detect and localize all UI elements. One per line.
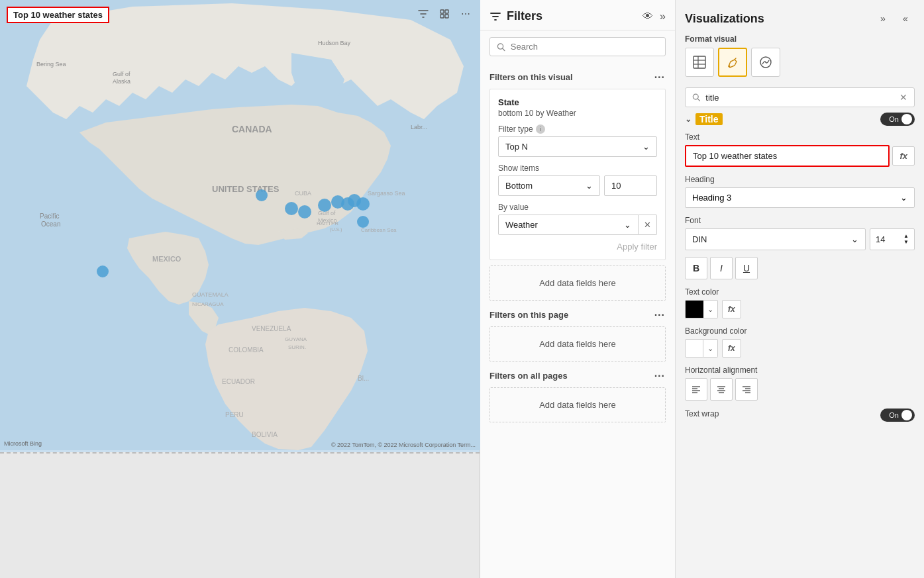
collapse-left-icon[interactable]: « [896, 9, 915, 28]
svg-text:VENEZUELA: VENEZUELA [252, 325, 291, 332]
chevron-down-icon[interactable]: ⌄ [685, 115, 692, 124]
by-value-select[interactable]: Weather ⌄ [498, 215, 639, 235]
font-family-select[interactable]: DIN ⌄ [685, 228, 866, 250]
title-toggle[interactable]: On [880, 113, 915, 126]
italic-button[interactable]: I [710, 257, 733, 279]
text-color-swatch [685, 300, 703, 318]
bg-color-fx-button[interactable]: fx [722, 339, 741, 358]
svg-point-39 [285, 202, 298, 215]
filter-search-input[interactable] [511, 42, 658, 52]
filters-page-more[interactable]: ⋯ [654, 309, 666, 321]
title-text-fx-button[interactable]: Text fx [892, 146, 915, 166]
align-left-button[interactable] [685, 378, 707, 401]
tab-analytics-view[interactable] [751, 48, 780, 77]
svg-text:Bl...: Bl... [358, 375, 369, 382]
svg-text:SURIN.: SURIN. [288, 344, 306, 350]
filter-search-box[interactable] [489, 37, 666, 56]
title-section-header: ⌄ Title On [685, 113, 915, 126]
svg-text:PR: PR [331, 220, 338, 226]
text-color-dropdown[interactable]: ⌄ [703, 300, 718, 318]
font-size-select[interactable]: 14 ▲ ▼ [870, 228, 915, 250]
viz-search-row[interactable]: ✕ [685, 87, 915, 107]
filters-on-visual-section: Filters on this visual ⋯ [489, 71, 666, 83]
show-items-count[interactable]: 10 [604, 175, 657, 196]
heading-property-label: Heading [685, 175, 915, 184]
map-lower-area [0, 452, 480, 578]
chevron-down-icon: ⌄ [851, 234, 858, 244]
expand-icon[interactable]: » [660, 11, 666, 23]
title-section-label: ⌄ Title [685, 113, 723, 125]
svg-rect-1 [445, 10, 448, 13]
map-area: Top 10 weather states ⋯ [0, 0, 480, 578]
filters-on-all-pages-section: Filters on all pages ⋯ [489, 369, 666, 382]
svg-text:ECUADOR: ECUADOR [222, 378, 255, 385]
text-color-swatch-wrap[interactable]: ⌄ [685, 300, 718, 318]
chevron-down-icon: ⌄ [642, 142, 650, 152]
spinner-arrows: ▲ ▼ [903, 234, 909, 245]
title-text-input[interactable] [685, 145, 890, 167]
by-value-clear-button[interactable]: ✕ [639, 215, 657, 235]
svg-rect-3 [445, 15, 448, 18]
viz-search-input[interactable] [705, 93, 894, 103]
filter-field-name: State [498, 97, 657, 107]
filters-header: Filters 👁 » [480, 0, 675, 30]
toggle-circle [901, 410, 912, 420]
search-icon [497, 42, 505, 52]
visualizations-panel: Visualizations » « Format visual [676, 0, 924, 578]
filters-all-pages-more[interactable]: ⋯ [654, 369, 666, 382]
text-wrap-toggle[interactable]: On [880, 409, 915, 422]
filters-visual-more[interactable]: ⋯ [654, 71, 666, 83]
svg-text:GUATEMALA: GUATEMALA [192, 291, 229, 298]
bg-color-dropdown[interactable]: ⌄ [703, 339, 718, 358]
svg-text:NICARAGUA: NICARAGUA [192, 301, 224, 307]
svg-point-40 [298, 205, 311, 218]
viz-header: Visualizations » « [676, 0, 924, 34]
svg-text:Bering Sea: Bering Sea [36, 61, 66, 68]
viz-search-icon [692, 93, 700, 102]
show-items-direction-select[interactable]: Bottom ⌄ [498, 175, 600, 196]
focus-icon[interactable] [436, 5, 453, 23]
add-data-fields-all-pages[interactable]: Add data fields here [489, 387, 666, 422]
heading-dropdown[interactable]: Heading 3 ⌄ [685, 187, 915, 208]
filter-icon[interactable] [415, 5, 432, 23]
title-text-input-row: Text fx [685, 145, 915, 167]
more-options-icon[interactable]: ⋯ [457, 5, 474, 23]
filters-panel-title: Filters [507, 9, 542, 23]
svg-point-33 [318, 199, 331, 212]
filter-type-select[interactable]: Top N ⌄ [498, 136, 657, 157]
svg-point-38 [256, 189, 268, 201]
align-center-button[interactable] [710, 378, 733, 401]
by-value-label: By value [498, 203, 657, 212]
h-alignment-label: Horizontal alignment [685, 365, 915, 375]
add-data-fields-visual[interactable]: Add data fields here [489, 265, 666, 301]
expand-right-icon[interactable]: » [874, 9, 892, 28]
tab-format-view[interactable] [718, 48, 747, 77]
bold-button[interactable]: B [685, 257, 707, 279]
svg-text:Caribbean Sea: Caribbean Sea [361, 227, 397, 233]
bg-color-swatch-wrap[interactable]: ⌄ [685, 339, 718, 358]
svg-text:Gulf of: Gulf of [113, 71, 130, 77]
filters-header-icons: 👁 » [642, 11, 666, 23]
svg-rect-0 [440, 10, 444, 13]
clear-search-icon[interactable]: ✕ [899, 92, 907, 103]
add-data-fields-page[interactable]: Add data fields here [489, 326, 666, 361]
eye-icon[interactable]: 👁 [642, 11, 653, 23]
show-items-label: Show items [498, 164, 657, 173]
bg-color-row: ⌄ fx [685, 339, 915, 358]
svg-text:UNITED STATES: UNITED STATES [212, 184, 280, 194]
info-icon: i [536, 124, 545, 134]
bg-color-label: Background color [685, 326, 915, 336]
text-color-fx-button[interactable]: fx [722, 300, 741, 318]
svg-text:MEXICO: MEXICO [152, 255, 181, 263]
svg-text:(U.S.): (U.S.) [330, 227, 342, 232]
bg-color-swatch [685, 339, 703, 358]
align-right-button[interactable] [735, 378, 758, 401]
tab-table-view[interactable] [685, 48, 714, 77]
viz-header-icons: » « [874, 9, 915, 28]
viz-scroll: ⌄ Title On Text Text fx Heading [676, 113, 924, 578]
map-toolbar: ⋯ [415, 5, 474, 23]
filter-card-subtitle: bottom 10 by Weather [498, 109, 657, 118]
apply-filter-button[interactable]: Apply filter [498, 242, 657, 252]
underline-button[interactable]: U [735, 257, 758, 279]
show-items-row: Show items Bottom ⌄ 10 [498, 164, 657, 196]
